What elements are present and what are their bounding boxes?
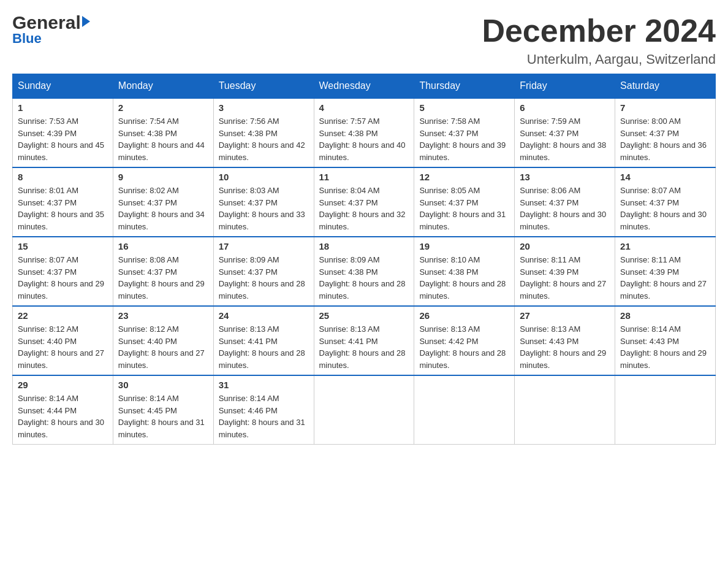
daylight-label: Daylight: 8 hours and 30 minutes. xyxy=(520,210,606,231)
day-number: 12 xyxy=(419,172,509,182)
day-info: Sunrise: 7:53 AM Sunset: 4:39 PM Dayligh… xyxy=(18,115,108,163)
sunrise-label: Sunrise: 8:04 AM xyxy=(319,186,380,195)
sunrise-label: Sunrise: 8:13 AM xyxy=(520,324,580,334)
day-info: Sunrise: 8:13 AM Sunset: 4:41 PM Dayligh… xyxy=(219,323,309,371)
logo-general-text: General xyxy=(12,12,81,33)
day-info: Sunrise: 8:08 AM Sunset: 4:37 PM Dayligh… xyxy=(118,254,208,302)
daylight-label: Daylight: 8 hours and 44 minutes. xyxy=(118,140,205,162)
day-info: Sunrise: 8:05 AM Sunset: 4:37 PM Dayligh… xyxy=(419,185,509,232)
sunrise-label: Sunrise: 8:13 AM xyxy=(319,324,380,334)
month-title: December 2024 xyxy=(482,12,716,49)
daylight-label: Daylight: 8 hours and 27 minutes. xyxy=(620,279,707,301)
daylight-label: Daylight: 8 hours and 31 minutes. xyxy=(219,418,305,439)
week-row-1: 1 Sunrise: 7:53 AM Sunset: 4:39 PM Dayli… xyxy=(13,98,716,167)
day-cell-18: 18 Sunrise: 8:09 AM Sunset: 4:38 PM Dayl… xyxy=(314,237,414,306)
sunset-label: Sunset: 4:39 PM xyxy=(520,267,578,277)
day-cell-29: 29 Sunrise: 8:14 AM Sunset: 4:44 PM Dayl… xyxy=(13,375,113,445)
day-info: Sunrise: 8:14 AM Sunset: 4:44 PM Dayligh… xyxy=(18,393,108,440)
daylight-label: Daylight: 8 hours and 29 minutes. xyxy=(620,348,707,370)
logo-blue-text: Blue xyxy=(12,31,42,47)
daylight-label: Daylight: 8 hours and 28 minutes. xyxy=(319,279,406,301)
day-cell-8: 8 Sunrise: 8:01 AM Sunset: 4:37 PM Dayli… xyxy=(13,167,113,237)
sunrise-label: Sunrise: 8:14 AM xyxy=(118,394,179,403)
day-number: 9 xyxy=(118,172,208,182)
calendar-table: SundayMondayTuesdayWednesdayThursdayFrid… xyxy=(12,74,716,445)
day-info: Sunrise: 8:13 AM Sunset: 4:41 PM Dayligh… xyxy=(319,323,409,371)
sunset-label: Sunset: 4:40 PM xyxy=(118,337,177,346)
daylight-label: Daylight: 8 hours and 29 minutes. xyxy=(18,279,104,301)
day-cell-17: 17 Sunrise: 8:09 AM Sunset: 4:37 PM Dayl… xyxy=(213,237,314,306)
sunrise-label: Sunrise: 8:10 AM xyxy=(419,255,480,264)
day-cell-31: 31 Sunrise: 8:14 AM Sunset: 4:46 PM Dayl… xyxy=(213,375,314,445)
daylight-label: Daylight: 8 hours and 29 minutes. xyxy=(520,348,606,370)
daylight-label: Daylight: 8 hours and 32 minutes. xyxy=(319,210,406,231)
sunrise-label: Sunrise: 8:07 AM xyxy=(18,255,78,264)
sunset-label: Sunset: 4:38 PM xyxy=(319,129,378,138)
day-number: 4 xyxy=(319,102,409,113)
day-info: Sunrise: 8:07 AM Sunset: 4:37 PM Dayligh… xyxy=(18,254,108,302)
sunrise-label: Sunrise: 8:09 AM xyxy=(319,255,380,264)
sunrise-label: Sunrise: 8:09 AM xyxy=(219,255,279,264)
sunset-label: Sunset: 4:41 PM xyxy=(319,337,378,346)
day-number: 18 xyxy=(319,241,409,251)
daylight-label: Daylight: 8 hours and 39 minutes. xyxy=(419,140,506,162)
empty-cell xyxy=(615,375,716,445)
sunrise-label: Sunrise: 8:02 AM xyxy=(118,186,179,195)
sunrise-label: Sunrise: 8:05 AM xyxy=(419,186,480,195)
sunrise-label: Sunrise: 8:14 AM xyxy=(219,394,279,403)
sunset-label: Sunset: 4:38 PM xyxy=(118,129,177,138)
day-cell-22: 22 Sunrise: 8:12 AM Sunset: 4:40 PM Dayl… xyxy=(13,306,113,375)
day-number: 3 xyxy=(219,102,309,113)
sunrise-label: Sunrise: 8:08 AM xyxy=(118,255,179,264)
day-info: Sunrise: 8:14 AM Sunset: 4:45 PM Dayligh… xyxy=(118,393,208,440)
day-cell-30: 30 Sunrise: 8:14 AM Sunset: 4:45 PM Dayl… xyxy=(113,375,213,445)
day-number: 23 xyxy=(118,310,208,321)
sunset-label: Sunset: 4:39 PM xyxy=(620,267,679,277)
daylight-label: Daylight: 8 hours and 27 minutes. xyxy=(520,279,606,301)
daylight-label: Daylight: 8 hours and 30 minutes. xyxy=(620,210,707,231)
sunset-label: Sunset: 4:42 PM xyxy=(419,337,478,346)
day-number: 19 xyxy=(419,241,509,251)
day-cell-15: 15 Sunrise: 8:07 AM Sunset: 4:37 PM Dayl… xyxy=(13,237,113,306)
day-cell-21: 21 Sunrise: 8:11 AM Sunset: 4:39 PM Dayl… xyxy=(615,237,716,306)
day-info: Sunrise: 8:10 AM Sunset: 4:38 PM Dayligh… xyxy=(419,254,509,302)
day-info: Sunrise: 8:14 AM Sunset: 4:46 PM Dayligh… xyxy=(219,393,309,440)
sunrise-label: Sunrise: 8:03 AM xyxy=(219,186,279,195)
day-info: Sunrise: 8:07 AM Sunset: 4:37 PM Dayligh… xyxy=(620,185,710,232)
day-info: Sunrise: 8:12 AM Sunset: 4:40 PM Dayligh… xyxy=(118,323,208,371)
day-number: 22 xyxy=(18,310,108,321)
sunrise-label: Sunrise: 7:56 AM xyxy=(219,117,279,126)
day-cell-6: 6 Sunrise: 7:59 AM Sunset: 4:37 PM Dayli… xyxy=(515,98,615,167)
day-info: Sunrise: 8:14 AM Sunset: 4:43 PM Dayligh… xyxy=(620,323,710,371)
day-info: Sunrise: 8:09 AM Sunset: 4:37 PM Dayligh… xyxy=(219,254,309,302)
day-number: 26 xyxy=(419,310,509,321)
day-info: Sunrise: 8:12 AM Sunset: 4:40 PM Dayligh… xyxy=(18,323,108,371)
day-cell-20: 20 Sunrise: 8:11 AM Sunset: 4:39 PM Dayl… xyxy=(515,237,615,306)
sunrise-label: Sunrise: 7:54 AM xyxy=(118,117,179,126)
daylight-label: Daylight: 8 hours and 31 minutes. xyxy=(118,418,205,439)
day-cell-26: 26 Sunrise: 8:13 AM Sunset: 4:42 PM Dayl… xyxy=(414,306,515,375)
day-info: Sunrise: 7:54 AM Sunset: 4:38 PM Dayligh… xyxy=(118,115,208,163)
day-info: Sunrise: 7:58 AM Sunset: 4:37 PM Dayligh… xyxy=(419,115,509,163)
day-info: Sunrise: 8:00 AM Sunset: 4:37 PM Dayligh… xyxy=(620,115,710,163)
daylight-label: Daylight: 8 hours and 31 minutes. xyxy=(419,210,506,231)
day-number: 2 xyxy=(118,102,208,113)
daylight-label: Daylight: 8 hours and 28 minutes. xyxy=(219,279,305,301)
week-row-4: 22 Sunrise: 8:12 AM Sunset: 4:40 PM Dayl… xyxy=(13,306,716,375)
day-number: 5 xyxy=(419,102,509,113)
weekday-tuesday: Tuesday xyxy=(213,74,314,99)
weekday-sunday: Sunday xyxy=(13,74,113,99)
daylight-label: Daylight: 8 hours and 28 minutes. xyxy=(419,279,506,301)
day-number: 31 xyxy=(219,380,309,390)
day-cell-12: 12 Sunrise: 8:05 AM Sunset: 4:37 PM Dayl… xyxy=(414,167,515,237)
sunset-label: Sunset: 4:37 PM xyxy=(18,198,77,207)
sunset-label: Sunset: 4:45 PM xyxy=(118,406,177,415)
sunrise-label: Sunrise: 8:11 AM xyxy=(520,255,580,264)
daylight-label: Daylight: 8 hours and 36 minutes. xyxy=(620,140,707,162)
sunrise-label: Sunrise: 8:12 AM xyxy=(118,324,179,334)
sunrise-label: Sunrise: 8:13 AM xyxy=(419,324,480,334)
sunset-label: Sunset: 4:37 PM xyxy=(419,129,478,138)
sunset-label: Sunset: 4:46 PM xyxy=(219,406,278,415)
sunset-label: Sunset: 4:38 PM xyxy=(219,129,278,138)
day-info: Sunrise: 8:11 AM Sunset: 4:39 PM Dayligh… xyxy=(520,254,610,302)
